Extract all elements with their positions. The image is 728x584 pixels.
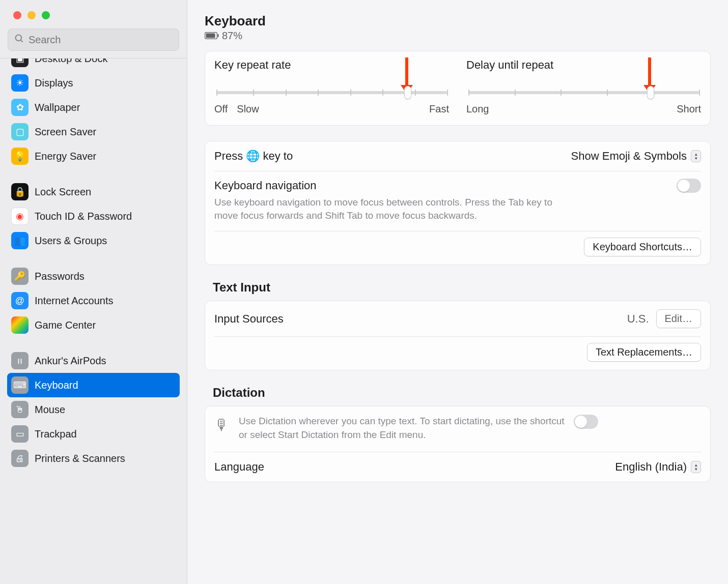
screen-saver-icon: ▢ xyxy=(11,123,29,140)
sidebar-item-game-center[interactable]: Game Center xyxy=(7,313,180,337)
sidebar: ▣ Desktop & Dock ☀ Displays ✿ Wallpaper … xyxy=(0,0,187,584)
slider-label-slow: Slow xyxy=(237,103,259,115)
sidebar-item-lock-screen[interactable]: 🔒 Lock Screen xyxy=(7,180,180,204)
dictation-toggle[interactable] xyxy=(574,415,598,429)
sidebar-item-internet-accounts[interactable]: @ Internet Accounts xyxy=(7,288,180,313)
delay-title: Delay until repeat xyxy=(466,59,701,72)
sidebar-item-touch-id[interactable]: ◉ Touch ID & Password xyxy=(7,204,180,228)
annotation-arrow-repeat xyxy=(405,57,408,86)
energy-saver-icon: 💡 xyxy=(11,148,29,165)
globe-key-select[interactable]: Show Emoji & Symbols ▴▾ xyxy=(571,150,701,163)
search-input[interactable] xyxy=(29,34,173,46)
microphone-icon: 🎙 xyxy=(214,417,230,434)
text-replacements-button[interactable]: Text Replacements… xyxy=(587,343,701,362)
delay-thumb[interactable] xyxy=(647,86,654,99)
sidebar-item-label: Lock Screen xyxy=(35,186,91,198)
sidebar-item-label: Desktop & Dock xyxy=(35,59,107,65)
keyboard-navigation-toggle[interactable] xyxy=(677,179,701,193)
battery-percent: 87% xyxy=(222,30,242,42)
sidebar-item-airpods[interactable]: ıı Ankur's AirPods xyxy=(7,348,180,373)
sidebar-item-passwords[interactable]: 🔑 Passwords xyxy=(7,264,180,288)
fullscreen-window-button[interactable] xyxy=(42,11,50,19)
dictation-language-label: Language xyxy=(214,460,264,474)
input-sources-edit-button[interactable]: Edit… xyxy=(656,309,701,328)
dictation-panel: 🎙 Use Dictation wherever you can type te… xyxy=(205,406,711,482)
key-repeat-slider[interactable] xyxy=(216,91,447,94)
keyboard-icon: ⌨ xyxy=(11,376,29,394)
mouse-icon: 🖱 xyxy=(11,401,29,418)
slider-label-short: Short xyxy=(677,103,701,115)
game-center-icon xyxy=(11,316,29,334)
text-input-panel: Input Sources U.S. Edit… Text Replacemen… xyxy=(205,301,711,370)
sidebar-item-label: Energy Saver xyxy=(35,151,96,162)
globe-key-label: Press 🌐 key to xyxy=(214,150,293,163)
dictation-desc: Use Dictation wherever you can type text… xyxy=(239,415,565,442)
keyboard-shortcuts-button[interactable]: Keyboard Shortcuts… xyxy=(584,238,701,256)
svg-point-0 xyxy=(16,35,22,41)
displays-icon: ☀ xyxy=(11,74,29,92)
desktop-dock-icon: ▣ xyxy=(11,59,29,67)
sidebar-item-label: Game Center xyxy=(35,319,96,331)
sidebar-item-label: Trackpad xyxy=(35,428,77,440)
key-repeat-thumb[interactable] xyxy=(404,86,411,99)
sidebar-item-screen-saver[interactable]: ▢ Screen Saver xyxy=(7,120,180,144)
sidebar-item-label: Passwords xyxy=(35,271,85,282)
close-window-button[interactable] xyxy=(13,11,21,19)
window-controls xyxy=(0,7,187,28)
battery-icon xyxy=(205,30,219,42)
globe-key-value: Show Emoji & Symbols xyxy=(571,150,687,163)
search-input-wrap[interactable] xyxy=(8,28,179,51)
sidebar-item-label: Ankur's AirPods xyxy=(35,355,106,367)
key-repeat-panel: Key repeat rate Off Slow xyxy=(205,51,711,126)
sidebar-item-users-groups[interactable]: 👥 Users & Groups xyxy=(7,228,180,253)
input-sources-value: U.S. xyxy=(627,312,649,326)
sidebar-item-label: Touch ID & Password xyxy=(35,211,132,222)
sidebar-item-printers[interactable]: 🖨 Printers & Scanners xyxy=(7,446,180,471)
dictation-language-value: English (India) xyxy=(615,460,687,474)
input-sources-label: Input Sources xyxy=(214,312,284,326)
sidebar-item-wallpaper[interactable]: ✿ Wallpaper xyxy=(7,95,180,120)
trackpad-icon: ▭ xyxy=(11,425,29,443)
lock-screen-icon: 🔒 xyxy=(11,183,29,200)
chevron-up-down-icon: ▴▾ xyxy=(691,461,701,473)
page-title: Keyboard xyxy=(205,13,711,29)
wallpaper-icon: ✿ xyxy=(11,99,29,116)
sidebar-item-trackpad[interactable]: ▭ Trackpad xyxy=(7,422,180,446)
svg-rect-4 xyxy=(218,34,219,37)
slider-label-off: Off xyxy=(214,103,228,115)
keyboard-navigation-title: Keyboard navigation xyxy=(214,179,317,192)
fingerprint-icon: ◉ xyxy=(11,208,29,225)
sidebar-item-energy-saver[interactable]: 💡 Energy Saver xyxy=(7,144,180,168)
sidebar-item-keyboard[interactable]: ⌨ Keyboard xyxy=(7,373,180,397)
sidebar-item-label: Displays xyxy=(35,77,73,89)
svg-line-1 xyxy=(21,40,23,42)
sidebar-item-label: Internet Accounts xyxy=(35,295,114,307)
annotation-arrow-delay xyxy=(648,57,651,86)
printer-icon: 🖨 xyxy=(11,450,29,467)
sidebar-item-label: Screen Saver xyxy=(35,126,96,138)
search-icon xyxy=(14,34,24,46)
text-input-heading: Text Input xyxy=(213,280,711,295)
delay-slider[interactable] xyxy=(468,91,699,94)
sidebar-item-label: Keyboard xyxy=(35,379,78,391)
key-repeat-title: Key repeat rate xyxy=(214,59,449,72)
airpods-icon: ıı xyxy=(11,352,29,369)
chevron-up-down-icon: ▴▾ xyxy=(691,150,701,162)
main-content: Keyboard 87% Key repeat rate xyxy=(187,0,728,584)
sidebar-item-mouse[interactable]: 🖱 Mouse xyxy=(7,397,180,422)
users-icon: 👥 xyxy=(11,232,29,249)
globe-icon: 🌐 xyxy=(246,150,260,162)
slider-label-long: Long xyxy=(466,103,489,115)
slider-label-fast: Fast xyxy=(429,103,449,115)
sidebar-item-displays[interactable]: ☀ Displays xyxy=(7,71,180,95)
sidebar-item-label: Mouse xyxy=(35,404,65,416)
sidebar-item-label: Printers & Scanners xyxy=(35,453,125,464)
minimize-window-button[interactable] xyxy=(27,11,36,19)
keyboard-settings-panel: Press 🌐 key to Show Emoji & Symbols ▴▾ K… xyxy=(205,141,711,265)
dictation-heading: Dictation xyxy=(213,386,711,400)
dictation-language-select[interactable]: English (India) ▴▾ xyxy=(615,460,701,474)
key-icon: 🔑 xyxy=(11,268,29,285)
at-icon: @ xyxy=(11,292,29,309)
sidebar-item-desktop-dock[interactable]: ▣ Desktop & Dock xyxy=(7,59,180,71)
keyboard-navigation-desc: Use keyboard navigation to move focus be… xyxy=(214,196,566,222)
